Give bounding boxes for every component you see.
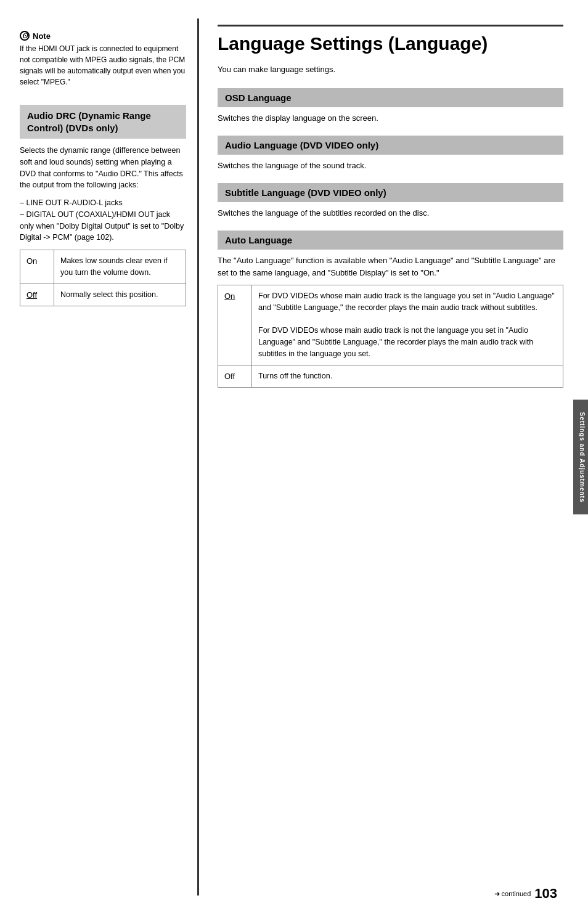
osd-language-heading: OSD Language (225, 92, 556, 104)
footer: ➜ continued 103 (494, 886, 557, 902)
auto-language-desc: The "Auto Language" function is availabl… (218, 255, 563, 279)
right-column: Language Settings (Language) You can mak… (197, 18, 588, 896)
note-section: ʘ Note If the HDMI OUT jack is connected… (20, 31, 186, 88)
osd-language-desc: Switches the display language on the scr… (218, 112, 563, 124)
note-text: If the HDMI OUT jack is connected to equ… (20, 43, 186, 88)
auto-off-desc: Turns off the function. (252, 365, 563, 388)
auto-language-header: Auto Language (218, 231, 563, 250)
list-item-2: – DIGITAL OUT (COAXIAL)/HDMI OUT jack on… (20, 209, 186, 243)
audio-language-heading: Audio Language (DVD VIDEO only) (225, 139, 556, 152)
table-row: On Makes low sounds clear even if you tu… (20, 250, 186, 284)
audio-drc-section: Audio DRC (Dynamic Range Control) (DVDs … (20, 105, 186, 306)
note-title: ʘ Note (20, 31, 186, 41)
table-row: Off Turns off the function. (218, 365, 563, 388)
subtitle-language-header: Subtitle Language (DVD VIDEO only) (218, 183, 563, 203)
table-cell-off-desc: Normally select this position. (54, 284, 186, 306)
side-tab: Settings and Adjustments (573, 399, 588, 515)
auto-language-table: On For DVD VIDEOs whose main audio track… (218, 285, 563, 388)
auto-off-label: Off (218, 365, 252, 388)
audio-drc-description: Selects the dynamic range (difference be… (20, 145, 186, 191)
subtitle-language-heading: Subtitle Language (DVD VIDEO only) (225, 187, 556, 199)
table-cell-on-desc: Makes low sounds clear even if you turn … (54, 250, 186, 284)
page-number: 103 (534, 886, 557, 902)
left-column: ʘ Note If the HDMI OUT jack is connected… (0, 18, 197, 896)
side-tab-text: Settings and Adjustments (579, 412, 586, 502)
audio-language-header: Audio Language (DVD VIDEO only) (218, 136, 563, 155)
subtitle-language-section: Subtitle Language (DVD VIDEO only) Switc… (218, 183, 563, 219)
audio-drc-table: On Makes low sounds clear even if you tu… (20, 250, 186, 306)
osd-language-header: OSD Language (218, 88, 563, 108)
auto-on-desc: For DVD VIDEOs whose main audio track is… (252, 285, 563, 365)
audio-drc-header-box: Audio DRC (Dynamic Range Control) (DVDs … (20, 105, 186, 139)
audio-language-section: Audio Language (DVD VIDEO only) Switches… (218, 136, 563, 172)
osd-language-section: OSD Language Switches the display langua… (218, 88, 563, 124)
table-cell-off-label: Off (20, 284, 54, 306)
note-icon: ʘ (20, 31, 30, 41)
audio-language-desc: Switches the language of the sound track… (218, 160, 563, 172)
page-title: Language Settings (Language) (218, 25, 563, 55)
table-cell-on-label: On (20, 250, 54, 284)
subtitle-language-desc: Switches the language of the subtitles r… (218, 207, 563, 219)
table-row: On For DVD VIDEOs whose main audio track… (218, 285, 563, 365)
audio-drc-heading: Audio DRC (Dynamic Range Control) (DVDs … (27, 110, 179, 134)
table-row: Off Normally select this position. (20, 284, 186, 306)
note-label: Note (33, 31, 51, 41)
page-intro: You can make language settings. (218, 63, 563, 76)
continued-arrow: ➜ continued (494, 890, 531, 898)
auto-on-label: On (218, 285, 252, 365)
list-item-1: – LINE OUT R-AUDIO-L jacks (20, 197, 186, 209)
auto-language-heading: Auto Language (225, 234, 556, 247)
auto-language-section: Auto Language The "Auto Language" functi… (218, 231, 563, 388)
